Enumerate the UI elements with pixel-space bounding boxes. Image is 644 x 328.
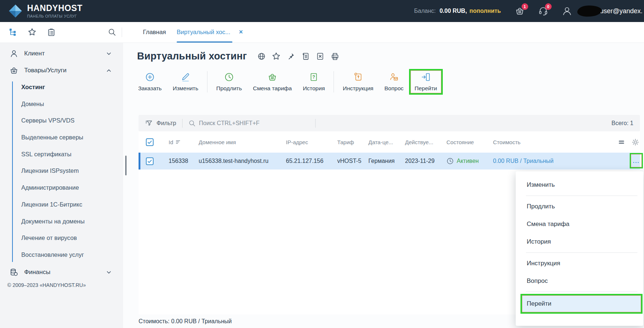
menu-item-change-plan[interactable]: Смена тарифа xyxy=(516,215,643,233)
favorites-button[interactable] xyxy=(28,22,36,42)
support-button[interactable]: 0 xyxy=(538,6,548,16)
divider xyxy=(182,119,183,128)
clock-status-icon xyxy=(446,157,454,165)
sidebar-item-ssl[interactable]: SSL сертификаты xyxy=(21,151,71,158)
tab-virtual-hosting[interactable]: Виртуальный хос... xyxy=(177,22,230,42)
chevron-up-icon xyxy=(106,67,112,74)
sidebar-item-client[interactable]: Клиент xyxy=(0,47,123,60)
active-tab-underline xyxy=(177,41,232,43)
chevron-down-icon xyxy=(106,269,112,276)
sort-icon xyxy=(176,140,181,145)
sidebar-item-ispsystem[interactable]: Лицензии ISPsystem xyxy=(21,167,79,174)
filter-bar: Фильтр Поиск CTRL+SHIFT+F Всего: 1 xyxy=(139,115,640,131)
column-header-id[interactable]: Id xyxy=(169,139,199,145)
cell-cost-link[interactable]: 0.00 RUB / Триальный xyxy=(493,158,574,164)
coins-icon xyxy=(10,268,18,277)
sidebar-item-domain-docs[interactable]: Документы на домены xyxy=(21,218,85,225)
top-bar: HANDYHOST ПАНЕЛЬ ОПЛАТЫ УСЛУГ Баланс: 0.… xyxy=(0,0,644,22)
menu-item-edit[interactable]: Изменить xyxy=(516,176,643,194)
search-placeholder: Поиск CTRL+SHIFT+F xyxy=(199,120,260,127)
table-row[interactable]: 156338 u156338.test-handyhost.ru 65.21.1… xyxy=(139,153,640,170)
logo[interactable]: HANDYHOST ПАНЕЛЬ ОПЛАТЫ УСЛУГ xyxy=(0,4,82,18)
check-icon xyxy=(147,139,152,145)
logo-subtitle: ПАНЕЛЬ ОПЛАТЫ УСЛУГ xyxy=(27,14,82,18)
tasks-button[interactable] xyxy=(47,22,56,42)
edit-button[interactable]: Изменить xyxy=(167,69,204,95)
history-button[interactable]: История xyxy=(297,69,330,95)
cell-valid-until: 2023-11-29 xyxy=(405,158,446,164)
row-density-icon[interactable] xyxy=(618,139,625,146)
cart-button[interactable]: 1 xyxy=(515,6,525,16)
search-icon xyxy=(188,120,196,127)
menu-item-question[interactable]: Вопрос xyxy=(516,272,643,290)
balance-label: Баланс: xyxy=(414,8,436,14)
page-title: Виртуальный хостинг xyxy=(137,51,247,62)
toolbar-label: Перейти xyxy=(415,85,437,92)
support-badge: 0 xyxy=(545,3,552,10)
sidebar-item-products[interactable]: Товары/Услуги xyxy=(0,64,123,77)
sidebar-item-domains[interactable]: Домены xyxy=(21,101,44,107)
check-icon xyxy=(147,158,152,164)
highlight-annotation: Перейти xyxy=(520,294,643,314)
toolbar-label: Смена тарифа xyxy=(253,85,292,92)
menu-item-prolong[interactable]: Продлить xyxy=(516,198,643,215)
globe-link-icon[interactable] xyxy=(257,52,266,61)
report-icon[interactable] xyxy=(301,52,310,61)
scroll-icon xyxy=(353,72,363,82)
question-button[interactable]: Вопрос xyxy=(379,69,409,95)
pin-icon[interactable] xyxy=(287,52,295,61)
row-checkbox[interactable] xyxy=(146,157,154,165)
funnel-icon[interactable] xyxy=(145,119,153,127)
sidebar-item-administration[interactable]: Администрирование xyxy=(21,184,79,191)
sidebar-item-virus-cleanup[interactable]: Лечение от вирусов xyxy=(21,234,77,241)
change-plan-button[interactable]: Смена тарифа xyxy=(247,69,297,95)
user-menu[interactable] xyxy=(562,6,572,16)
search-button[interactable] xyxy=(108,22,116,42)
favorite-star-icon[interactable] xyxy=(272,52,280,61)
prolong-button[interactable]: Продлить xyxy=(211,69,247,95)
redacted-username xyxy=(577,5,601,17)
column-header-status[interactable]: Состояние xyxy=(446,139,493,145)
toolbar-label: Продлить xyxy=(216,85,242,92)
column-header-cost[interactable]: Стоимость xyxy=(493,139,574,145)
tab-close-icon[interactable]: × xyxy=(239,22,243,42)
sidebar-item-bitrix[interactable]: Лицензии 1С-Битрикс xyxy=(21,201,82,208)
go-to-panel-button[interactable]: Перейти xyxy=(409,69,442,95)
instruction-button[interactable]: Инструкция xyxy=(337,69,379,95)
sidebar-item-finance[interactable]: Финансы xyxy=(0,266,123,279)
search-field[interactable]: Поиск CTRL+SHIFT+F xyxy=(188,120,309,127)
select-all-checkbox[interactable] xyxy=(146,138,154,146)
menu-item-instruction[interactable]: Инструкция xyxy=(516,255,643,272)
cell-plan: vHOST-5 xyxy=(337,158,368,164)
filter-button[interactable]: Фильтр xyxy=(157,120,176,127)
sidebar-item-service-recovery[interactable]: Восстановление услуг xyxy=(21,251,84,258)
row-actions-button[interactable]: ... xyxy=(630,153,643,168)
menu-item-history[interactable]: История xyxy=(516,233,643,251)
sidebar: Клиент Товары/Услуги Хостинг Домены Серв… xyxy=(0,43,123,328)
sidebar-item-hosting[interactable]: Хостинг xyxy=(21,84,45,91)
sidebar-scrollbar[interactable] xyxy=(125,156,126,175)
divider xyxy=(526,252,637,253)
sidebar-item-dedicated[interactable]: Выделенные серверы xyxy=(21,134,83,141)
topup-link[interactable]: пополнить xyxy=(470,8,501,14)
sidebar-item-vps[interactable]: Серверы VPS/VDS xyxy=(21,117,74,124)
basket-icon xyxy=(268,72,277,82)
column-header-ip[interactable]: IP-адрес xyxy=(286,139,337,145)
excel-export-icon[interactable] xyxy=(316,52,324,61)
column-header-valid-until[interactable]: Действуе... xyxy=(405,139,446,145)
clock-icon xyxy=(224,72,234,82)
column-header-domain[interactable]: Доменное имя xyxy=(199,139,286,145)
print-icon[interactable] xyxy=(331,52,339,61)
column-header-plan[interactable]: Тариф xyxy=(337,139,368,145)
toolbar-label: Заказать xyxy=(138,85,162,92)
order-button[interactable]: Заказать xyxy=(133,69,167,95)
tree-icon xyxy=(9,28,17,36)
menu-item-go-to-panel[interactable]: Перейти xyxy=(522,295,641,312)
chevron-down-icon xyxy=(106,50,112,57)
basket-icon xyxy=(10,66,18,75)
sidebar-item-label: Товары/Услуги xyxy=(24,67,66,74)
column-header-datacenter[interactable]: Дата-це... xyxy=(368,139,405,145)
tab-home[interactable]: Главная xyxy=(143,22,166,42)
gear-icon[interactable] xyxy=(632,138,639,146)
menu-tree-button[interactable] xyxy=(9,22,17,42)
